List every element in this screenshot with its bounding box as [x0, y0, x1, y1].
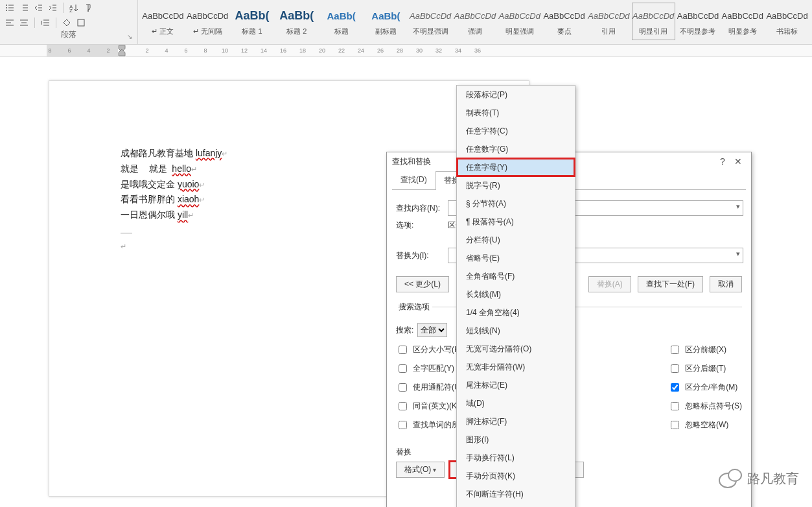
borders-icon[interactable] — [75, 17, 87, 29]
menu-item[interactable]: 手动换行符(L) — [457, 449, 575, 467]
menu-item[interactable]: 无宽非分隔符(W) — [457, 358, 575, 376]
indent-increase-icon[interactable] — [47, 2, 58, 14]
menu-item[interactable]: § 分节符(A) — [457, 195, 575, 213]
menu-item[interactable]: 省略号(E) — [457, 249, 575, 267]
svg-point-4 — [6, 10, 7, 11]
style-name: 明显引用 — [639, 27, 667, 36]
style-tile[interactable]: AaBbCcDd书籍标 — [765, 3, 809, 40]
show-marks-icon[interactable] — [82, 2, 94, 14]
tab-find[interactable]: 查找(D) — [392, 171, 435, 189]
menu-item[interactable]: 脚注标记(F) — [457, 412, 575, 430]
find-next-button[interactable]: 查找下一处(F) — [638, 276, 703, 292]
search-option-checkbox[interactable]: 查找单词的所 — [396, 419, 463, 431]
menu-item[interactable]: 手动分页符(K) — [457, 467, 575, 485]
align-center-icon[interactable] — [18, 17, 30, 29]
align-left-icon[interactable] — [4, 17, 16, 29]
style-tile[interactable]: AaBb(标题 2 — [275, 3, 318, 40]
style-tile[interactable]: AaBbCcDd引用 — [587, 3, 631, 40]
sort-icon[interactable]: AZ — [68, 2, 80, 14]
menu-item[interactable]: 无宽可选分隔符(O) — [457, 340, 575, 358]
style-tile[interactable]: AaBb(标题 1 — [231, 3, 274, 40]
search-option-checkbox[interactable]: 区分后缀(T) — [668, 362, 742, 375]
format-button[interactable]: 格式(O) — [396, 462, 445, 478]
style-tile[interactable]: AaBbCcDd不明显参考 — [677, 3, 720, 40]
style-tile[interactable]: AaBb(副标题 — [364, 3, 408, 40]
search-option-checkbox[interactable]: 忽略空格(W) — [668, 419, 742, 431]
help-button[interactable]: ? — [715, 156, 730, 167]
search-option-checkbox[interactable]: 区分大小写(H) — [396, 344, 463, 356]
replace-all-button[interactable]: 替换(A) — [588, 276, 631, 292]
svg-marker-29 — [119, 49, 125, 56]
menu-item[interactable]: 长划线(M) — [457, 285, 575, 303]
style-name: ↵ 正文 — [152, 27, 174, 36]
ruler-tick: 4 — [163, 47, 170, 54]
menu-item[interactable]: 脱字号(R) — [457, 176, 575, 195]
search-option-checkbox[interactable]: 区分前缀(X) — [668, 344, 742, 356]
style-tile[interactable]: AaBbCcDd不明显强调 — [409, 3, 452, 40]
style-tile[interactable]: AaBbCcDd要点 — [542, 3, 586, 40]
menu-item[interactable]: 不间断连字符(H) — [457, 485, 575, 503]
ruler-tick: 8 — [202, 47, 209, 54]
menu-item[interactable]: 短划线(N) — [457, 322, 575, 340]
line-spacing-icon[interactable] — [40, 17, 51, 29]
menu-item[interactable]: 尾注标记(E) — [457, 376, 575, 394]
ruler-tick: 6 — [66, 47, 73, 54]
style-tile[interactable]: AaBb(标题 — [319, 3, 363, 40]
shading-icon[interactable] — [61, 17, 73, 29]
watermark-text: 路凡教育 — [747, 470, 799, 488]
style-preview: AaBbCcDd — [410, 7, 451, 25]
style-tile[interactable]: AaBbCcDd↵ 正文 — [141, 3, 185, 40]
style-tile[interactable]: AaBbCcDd明显引用 — [632, 3, 675, 40]
menu-item[interactable]: 任意字母(Y) — [457, 158, 575, 176]
menu-item[interactable]: 任意字符(C) — [457, 122, 575, 140]
cancel-button[interactable]: 取消 — [710, 276, 742, 292]
style-tile[interactable]: AaBbCcDd明显参考 — [721, 3, 764, 40]
menu-item[interactable]: 制表符(T) — [457, 104, 575, 122]
menu-item[interactable]: 图形(I) — [457, 430, 575, 449]
menu-item[interactable]: 段落标记(P) — [457, 86, 575, 104]
search-option-checkbox[interactable]: 忽略标点符号(S) — [668, 400, 742, 412]
style-name: 明显强调 — [505, 27, 534, 36]
search-option-checkbox[interactable]: 同音(英文)(K) — [396, 400, 463, 412]
style-name: 明显参考 — [728, 27, 757, 36]
horizontal-ruler[interactable]: 8642 24681012141618202224262830323436 — [0, 45, 812, 57]
search-option-checkbox[interactable]: 全字匹配(Y) — [396, 362, 463, 375]
ruler-tick: 36 — [474, 47, 481, 54]
ruler-tick: 16 — [280, 47, 286, 54]
numbering-icon[interactable] — [18, 2, 30, 14]
style-preview: AaBbCcDd — [142, 7, 183, 25]
ruler-tick: 8 — [47, 47, 53, 54]
style-preview: AaBb( — [327, 7, 356, 25]
style-name: 书籍标 — [776, 27, 798, 36]
search-scope-label: 搜索: — [396, 325, 413, 336]
menu-item[interactable]: 不间断空格(S) — [457, 503, 575, 507]
text-cursor-icon — [121, 233, 132, 233]
style-tile[interactable]: AaBbCcDd强调 — [454, 3, 497, 40]
search-scope-select[interactable]: 全部 — [417, 323, 447, 337]
menu-item[interactable]: 1/4 全角空格(4) — [457, 303, 575, 322]
close-icon[interactable]: ✕ — [730, 156, 746, 167]
menu-item[interactable]: 分栏符(U) — [457, 231, 575, 249]
find-label: 查找内容(N): — [396, 203, 448, 214]
ruler-tick: 26 — [377, 47, 384, 54]
indent-decrease-icon[interactable] — [32, 2, 44, 14]
menu-item[interactable]: 任意数字(G) — [457, 140, 575, 158]
search-option-checkbox[interactable]: 使用通配符(U) — [396, 381, 463, 394]
paragraph-group-label: 段落 — [61, 30, 76, 39]
bullets-icon[interactable] — [4, 2, 16, 14]
less-button[interactable]: << 更少(L) — [396, 276, 449, 292]
search-option-checkbox[interactable]: 区分全/半角(M) — [668, 381, 742, 394]
style-tile[interactable]: AaBbCcDd↵ 无间隔 — [186, 3, 229, 40]
ruler-tick: 18 — [299, 47, 306, 54]
ruler-tick: 28 — [397, 47, 403, 54]
styles-gallery[interactable]: AaBbCcDd↵ 正文AaBbCcDd↵ 无间隔AaBb(标题 1AaBb(标… — [138, 0, 812, 44]
menu-item[interactable]: 域(D) — [457, 394, 575, 412]
indent-marker-icon[interactable] — [118, 45, 126, 58]
options-label: 选项: — [396, 220, 448, 231]
menu-item[interactable]: ¶ 段落符号(A) — [457, 213, 575, 231]
dialog-launcher-icon[interactable]: ↘ — [127, 33, 132, 40]
style-tile[interactable]: AaBbCcDd明显强调 — [498, 3, 541, 40]
menu-item[interactable]: 全角省略号(F) — [457, 267, 575, 285]
ruler-tick: 34 — [455, 47, 461, 54]
paragraph-group: AZ 段落↘ — [0, 0, 138, 44]
